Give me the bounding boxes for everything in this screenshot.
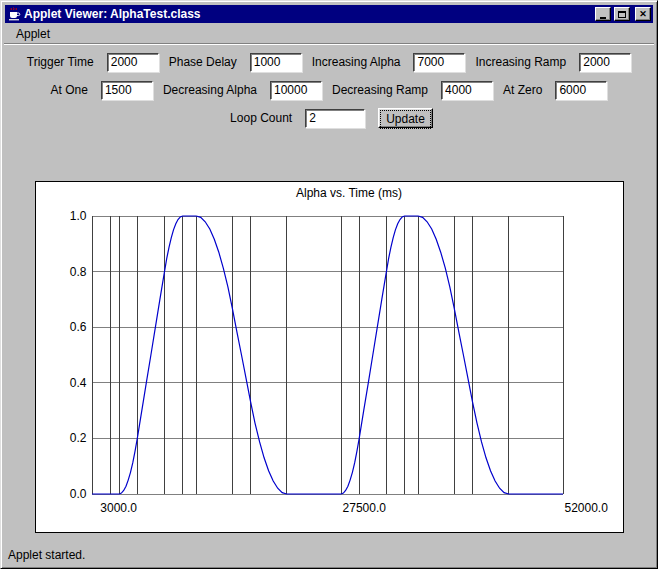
close-icon: ✕	[639, 9, 647, 19]
close-button[interactable]: ✕	[635, 7, 651, 21]
at-zero-input[interactable]	[555, 81, 607, 100]
increasing-alpha-label: Increasing Alpha	[312, 55, 401, 69]
java-cup-icon	[7, 7, 21, 21]
decreasing-ramp-label: Decreasing Ramp	[332, 83, 428, 97]
minimize-button[interactable]	[595, 7, 611, 21]
field-group-decreasing-alpha: Decreasing Alpha	[163, 81, 322, 100]
field-group-at-zero: At Zero	[503, 81, 607, 100]
update-button[interactable]: Update	[378, 108, 433, 128]
at-zero-label: At Zero	[503, 83, 542, 97]
chart-title: Alpha vs. Time (ms)	[56, 186, 643, 200]
menu-divider	[4, 43, 654, 45]
window-title: Applet Viewer: AlphaTest.class	[24, 5, 592, 23]
loop-count-input[interactable]	[305, 109, 365, 128]
form-row-1: Trigger Time Phase Delay Increasing Alph…	[4, 52, 654, 72]
x-axis-tick-label: 3000.0	[99, 501, 139, 515]
form-row-3: Loop Count Update	[4, 108, 654, 128]
at-one-input[interactable]	[101, 81, 153, 100]
y-axis-tick-label: 0.0	[55, 487, 87, 501]
update-button-label: Update	[380, 110, 431, 129]
status-bar: Applet started.	[8, 548, 85, 562]
field-group-decreasing-ramp: Decreasing Ramp	[332, 81, 493, 100]
trigger-time-input[interactable]	[107, 53, 159, 72]
chart-svg	[36, 182, 623, 532]
phase-delay-input[interactable]	[250, 53, 302, 72]
phase-delay-label: Phase Delay	[169, 55, 237, 69]
maximize-button[interactable]	[614, 7, 630, 21]
y-axis-tick-label: 1.0	[55, 209, 87, 223]
decreasing-alpha-input[interactable]	[270, 81, 322, 100]
form-row-2: At One Decreasing Alpha Decreasing Ramp …	[4, 80, 654, 100]
trigger-time-label: Trigger Time	[27, 55, 94, 69]
field-group-phase-delay: Phase Delay	[169, 53, 302, 72]
x-axis-tick-label: 52000.0	[565, 501, 608, 515]
field-group-at-one: At One	[51, 81, 153, 100]
menu-bar: Applet	[4, 24, 654, 42]
menu-item-applet[interactable]: Applet	[11, 26, 55, 42]
y-axis-tick-label: 0.8	[55, 265, 87, 279]
decreasing-ramp-input[interactable]	[441, 81, 493, 100]
x-axis-tick-label: 27500.0	[343, 501, 386, 515]
applet-viewer-window: Applet Viewer: AlphaTest.class ✕ Applet …	[0, 0, 658, 569]
alpha-chart-canvas: Alpha vs. Time (ms) 0.00.20.40.60.81.030…	[35, 181, 624, 533]
minimize-icon	[600, 17, 606, 19]
at-one-label: At One	[51, 83, 88, 97]
field-group-loop-count: Loop Count	[230, 109, 365, 128]
y-axis-tick-label: 0.6	[55, 320, 87, 334]
maximize-icon	[618, 11, 626, 18]
field-group-increasing-ramp: Increasing Ramp	[475, 53, 631, 72]
increasing-alpha-input[interactable]	[413, 53, 465, 72]
y-axis-tick-label: 0.2	[55, 431, 87, 445]
decreasing-alpha-label: Decreasing Alpha	[163, 83, 257, 97]
loop-count-label: Loop Count	[230, 111, 292, 125]
y-axis-tick-label: 0.4	[55, 376, 87, 390]
title-bar: Applet Viewer: AlphaTest.class ✕	[5, 5, 653, 23]
increasing-ramp-label: Increasing Ramp	[475, 55, 566, 69]
field-group-increasing-alpha: Increasing Alpha	[312, 53, 466, 72]
field-group-trigger-time: Trigger Time	[27, 53, 159, 72]
increasing-ramp-input[interactable]	[579, 53, 631, 72]
